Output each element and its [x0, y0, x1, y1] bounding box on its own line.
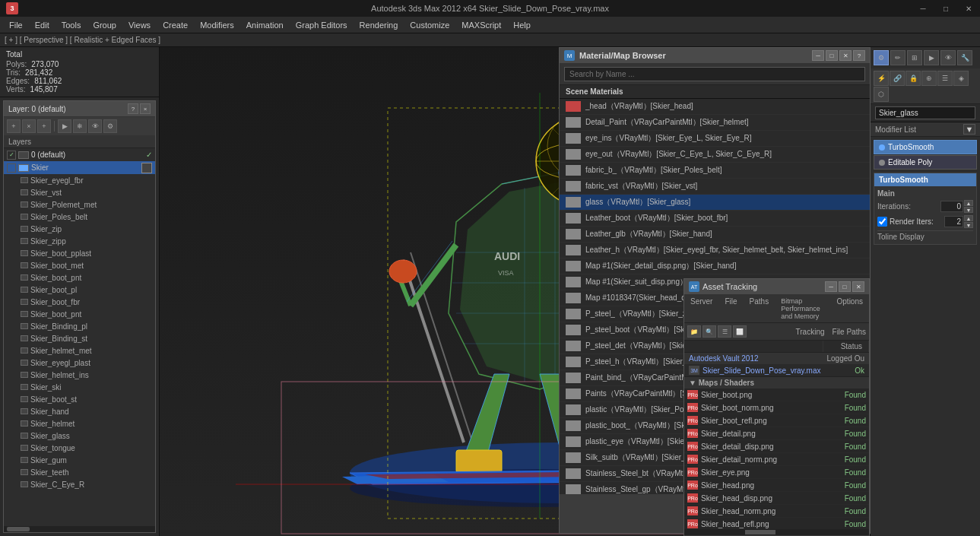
layer-hide-button[interactable]: 👁 — [88, 119, 102, 133]
layer-delete-button[interactable]: × — [22, 119, 36, 133]
asset-tb-btn-2[interactable]: 🔍 — [702, 325, 716, 338]
menu-tools[interactable]: Tools — [56, 17, 87, 33]
mat-leather-glb[interactable]: Leather_glb（VRayMtl）[Skier_hand] — [560, 227, 870, 243]
layer-sub-boot-pnt2[interactable]: Skier_boot_pnt — [4, 308, 155, 320]
mat-eye-out[interactable]: eye_out（VRayMtl）[Skier_C_Eye_L, Skier_C_… — [560, 147, 870, 163]
hierarchy-tab-icon[interactable]: ⊞ — [907, 50, 922, 65]
layer-sub-gum[interactable]: Skier_gum — [4, 454, 155, 466]
asset-head-norm[interactable]: PRo Skier_head_norm.png Found — [684, 505, 869, 518]
layer-sub-poles-belt[interactable]: Skier_Poles_belt — [4, 211, 155, 223]
iterations-input[interactable] — [940, 201, 963, 212]
modify-tab-icon[interactable]: ✏ — [890, 50, 905, 65]
asset-tb-btn-4[interactable]: ⬜ — [733, 325, 747, 338]
layer-sub-helmet[interactable]: Skier_helmet — [4, 417, 155, 430]
menu-maxscript[interactable]: MAXScript — [455, 17, 507, 33]
layer-sub-boot-fbr[interactable]: Skier_boot_fbr — [4, 296, 155, 308]
asset-tracking-restore[interactable]: □ — [839, 281, 851, 292]
asset-scrollbar-horizontal[interactable] — [684, 529, 869, 535]
layer-help-button[interactable]: ? — [128, 103, 138, 114]
layer-item-skier[interactable]: Skier — [4, 161, 155, 174]
mat-browser-help[interactable]: ? — [853, 50, 865, 61]
r-btn-2[interactable]: 🔗 — [890, 71, 905, 86]
asset-head-refl[interactable]: PRo Skier_head_refl.png Found — [684, 518, 869, 529]
layer-sub-teeth[interactable]: Skier_teeth — [4, 466, 155, 478]
render-iters-input[interactable] — [944, 216, 963, 227]
asset-eye[interactable]: PRo Skier_eye.png Found — [684, 466, 869, 479]
mat-map1-detail[interactable]: Map #1(Skier_detail_disp.png）[Skier_hand… — [560, 258, 870, 274]
iterations-up[interactable]: ▲ — [964, 200, 973, 206]
layer-sub-binding-st[interactable]: Skier_Binding_st — [4, 332, 155, 344]
r-btn-5[interactable]: ☰ — [937, 71, 953, 86]
layer-sub-zip[interactable]: Skier_zip — [4, 223, 155, 235]
menu-file[interactable]: File — [3, 17, 29, 33]
close-button[interactable]: ✕ — [957, 0, 980, 17]
asset-tb-btn-3[interactable]: ☰ — [718, 325, 731, 338]
mat-browser-minimize[interactable]: ─ — [812, 50, 824, 61]
layer-sub-boot-pnt[interactable]: Skier_boot_pnt — [4, 271, 155, 284]
layers-scrollbar-h[interactable] — [4, 526, 155, 532]
material-search-input[interactable] — [564, 67, 865, 81]
menu-customize[interactable]: Customize — [404, 17, 455, 33]
layer-sub-helmet-met[interactable]: Skier_helmet_met — [4, 344, 155, 357]
asset-menu-bitmap[interactable]: Bitmap Performance and Memory — [778, 297, 827, 321]
asset-boot-refl[interactable]: PRo Skier_boot_refl.png Found — [684, 414, 869, 427]
asset-tracking-minimize[interactable]: ─ — [825, 281, 837, 292]
iterations-down[interactable]: ▼ — [964, 207, 973, 213]
asset-head-disp[interactable]: PRo Skier_head_disp.png Found — [684, 492, 869, 505]
modifier-list-dropdown[interactable]: ▼ — [963, 124, 975, 135]
layer-sub-hand[interactable]: Skier_hand — [4, 405, 155, 417]
asset-detail-disp[interactable]: PRo Skier_detail_disp.png Found — [684, 440, 869, 453]
create-tab-icon[interactable]: ⚙ — [874, 50, 889, 65]
layer-new-button[interactable]: + — [7, 119, 21, 133]
menu-create[interactable]: Create — [157, 17, 194, 33]
asset-menu-options[interactable]: Options — [834, 297, 866, 321]
layers-scroll[interactable]: ✓ 0 (default) ✓ Skier Skier_eyegl_fbr Sk… — [4, 148, 155, 526]
layer-sub-ski[interactable]: Skier_ski — [4, 381, 155, 393]
menu-group[interactable]: Group — [87, 17, 122, 33]
asset-detail-norm[interactable]: PRo Skier_detail_norm.png Found — [684, 453, 869, 466]
asset-boot-norm[interactable]: PRo Skier_boot_norm.png Found — [684, 401, 869, 414]
asset-tracking-close[interactable]: ✕ — [852, 281, 864, 292]
asset-list[interactable]: ▼ Maps / Shaders PRo Skier_boot.png Foun… — [684, 377, 869, 529]
layer-sub-vst[interactable]: Skier_vst — [4, 186, 155, 198]
mat-head[interactable]: _head（VRayMtl）[Skier_head] — [560, 99, 870, 115]
menu-animation[interactable]: Animation — [240, 17, 290, 33]
menu-views[interactable]: Views — [122, 17, 157, 33]
mat-browser-close[interactable]: ✕ — [839, 50, 852, 61]
maximize-button[interactable]: □ — [934, 0, 957, 17]
r-btn-6[interactable]: ◈ — [953, 71, 969, 86]
asset-menu-file[interactable]: File — [722, 297, 740, 321]
layer-add-button[interactable]: + — [37, 119, 51, 133]
layer-close-button[interactable]: × — [140, 103, 151, 114]
r-btn-3[interactable]: 🔒 — [905, 71, 921, 86]
render-iters-up[interactable]: ▲ — [964, 215, 973, 221]
render-iters-check[interactable] — [877, 217, 887, 227]
mat-browser-maximize[interactable]: □ — [826, 50, 838, 61]
utility-tab-icon[interactable]: 🔧 — [957, 50, 972, 65]
modifier-turbosmooth[interactable]: TurboSmooth — [874, 140, 977, 154]
object-name-input[interactable] — [875, 106, 975, 119]
layer-sub-boot-pl[interactable]: Skier_boot_pl — [4, 284, 155, 296]
asset-boot-png[interactable]: PRo Skier_boot.png Found — [684, 389, 869, 401]
mat-leather-h[interactable]: Leather_h（VRayMtl）[Skier_eyegl_fbr, Skie… — [560, 243, 870, 258]
mat-eye-ins[interactable]: eye_ins（VRayMtl）[Skier_Eye_L, Skier_Eye_… — [560, 131, 870, 147]
motion-tab-icon[interactable]: ▶ — [924, 50, 939, 65]
layer-freeze-button[interactable]: ❄ — [73, 119, 87, 133]
menu-rendering[interactable]: Rendering — [354, 17, 404, 33]
layer-sub-polemet[interactable]: Skier_Polemet_met — [4, 198, 155, 211]
layer-sub-c-eye-r[interactable]: Skier_C_Eye_R — [4, 478, 155, 490]
layer-sub-tongue[interactable]: Skier_tongue — [4, 442, 155, 454]
mat-leather-boot[interactable]: Leather_boot（VRayMtl）[Skier_boot_fbr] — [560, 211, 870, 227]
layer-sub-helmet-ins[interactable]: Skier_helmet_ins — [4, 369, 155, 381]
layer-sub-binding-pl[interactable]: Skier_Binding_pl — [4, 320, 155, 332]
layer-sub-boot-pplast[interactable]: Skier_boot_pplast — [4, 247, 155, 259]
layer-sub-eyegl-plast[interactable]: Skier_eyegl_plast — [4, 357, 155, 369]
asset-tb-btn-1[interactable]: 📁 — [687, 325, 701, 338]
layer-sub-glass[interactable]: Skier_glass — [4, 430, 155, 442]
mat-fabric-b[interactable]: fabric_b_（VRayMtl）[Skier_Poles_belt] — [560, 163, 870, 179]
asset-menu-paths[interactable]: Paths — [747, 297, 772, 321]
render-iters-down[interactable]: ▼ — [964, 222, 973, 228]
layer-render-button[interactable]: ⚙ — [103, 119, 117, 133]
menu-help[interactable]: Help — [507, 17, 537, 33]
menu-edit[interactable]: Edit — [29, 17, 56, 33]
